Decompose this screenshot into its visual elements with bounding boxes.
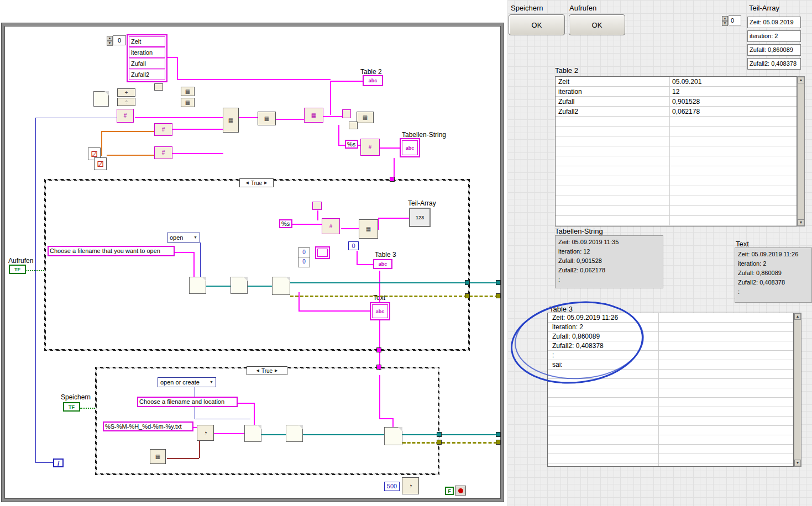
wait-timer-icon[interactable]: ◔: [402, 477, 419, 494]
spinner-up-icon[interactable]: ▲: [107, 36, 113, 41]
teil-array-item[interactable]: iteration: 2: [747, 30, 801, 42]
table-row[interactable]: Zufall 0,901528: [556, 97, 797, 107]
filename-pattern-constant[interactable]: %S-%M-%H_%d-%m-%y.txt: [103, 421, 193, 431]
cluster-item[interactable]: Zufall: [129, 59, 165, 69]
table-row[interactable]: sai:: [548, 360, 793, 370]
table-row[interactable]: iteration: 2: [548, 323, 793, 332]
build-array-icon[interactable]: ▦: [181, 98, 195, 107]
constant-node[interactable]: [349, 122, 358, 129]
spreadsheet-string-to-array-icon[interactable]: #: [322, 218, 340, 234]
false-constant[interactable]: F: [445, 487, 454, 495]
table2-body[interactable]: Zeit 05.09.201 iteration 12 Zufall 0,901…: [555, 76, 797, 226]
set-file-position-icon[interactable]: [286, 425, 303, 442]
index-array-icon[interactable]: ▦: [359, 219, 378, 239]
table2[interactable]: Zeit 05.09.201 iteration 12 Zufall 0,901…: [555, 76, 806, 226]
open-mode-dropdown[interactable]: open ▼: [167, 233, 200, 243]
speichern-ok-button[interactable]: OK: [509, 14, 565, 35]
quotient-icon[interactable]: ÷: [117, 88, 135, 97]
file-path-icon[interactable]: [93, 91, 109, 107]
speichern-boolean-terminal[interactable]: TF: [63, 402, 80, 412]
text-terminal[interactable]: abc: [370, 302, 390, 320]
index-array-icon[interactable]: ▦: [223, 108, 239, 133]
format-string-constant[interactable]: %s: [345, 140, 358, 149]
next-case-icon[interactable]: ▶: [275, 368, 277, 373]
numeric-constant[interactable]: 0: [298, 248, 310, 257]
case-structure-open[interactable]: [44, 179, 470, 351]
string-constant-node[interactable]: [312, 202, 322, 210]
prev-case-icon[interactable]: ◀: [256, 368, 259, 373]
cluster-item[interactable]: Zeit: [129, 36, 165, 47]
table-row[interactable]: Zeit 05.09.201: [556, 77, 797, 87]
aufrufen-ok-button[interactable]: OK: [569, 14, 625, 35]
table-row[interactable]: :: [548, 351, 793, 360]
array-to-cluster-icon[interactable]: ▦: [258, 112, 276, 125]
case1-selector[interactable]: ◀ True ▶: [239, 178, 274, 187]
spinner-down-icon[interactable]: ▼: [722, 21, 728, 26]
table3-terminal[interactable]: abc: [373, 259, 392, 269]
numeric-cluster-constant[interactable]: 0 0: [298, 247, 310, 267]
write-text-file-icon[interactable]: [384, 427, 402, 445]
dropdown-arrow-icon[interactable]: ▼: [209, 378, 213, 387]
open-or-create-dropdown[interactable]: open or create ▼: [158, 377, 216, 387]
next-case-icon[interactable]: ▶: [264, 181, 267, 185]
build-array-icon[interactable]: ▦: [181, 87, 195, 96]
open-create-file-icon[interactable]: [244, 425, 261, 442]
open-file-icon[interactable]: [230, 277, 248, 294]
table-row[interactable]: Zufall2: 0,408378: [548, 341, 793, 351]
tabellen-string-terminal[interactable]: abc: [400, 138, 420, 157]
scroll-down-icon[interactable]: ▼: [798, 219, 804, 226]
transpose-array-icon[interactable]: ▦: [357, 112, 374, 123]
save-prompt-constant[interactable]: Choose a filename and location: [137, 397, 238, 407]
loop-iteration-terminal[interactable]: i: [53, 458, 64, 467]
constant-node[interactable]: [154, 83, 163, 91]
scroll-up-icon[interactable]: ▲: [798, 77, 804, 83]
empty-string-constant[interactable]: [315, 246, 330, 259]
wait-ms-constant[interactable]: 500: [384, 482, 400, 491]
format-string-constant[interactable]: %s: [279, 219, 292, 228]
table3-scrollbar[interactable]: ▲ ▼: [794, 313, 801, 467]
table-row[interactable]: Zeit: 05.09.2019 11:26: [548, 313, 793, 323]
file-dialog-icon[interactable]: [189, 277, 206, 294]
table2-terminal[interactable]: abc: [363, 75, 383, 86]
table3-body[interactable]: Zeit: 05.09.2019 11:26 iteration: 2 Zufa…: [547, 313, 794, 467]
quotient-icon[interactable]: ÷: [117, 98, 135, 106]
reshape-array-icon[interactable]: ▦: [304, 108, 323, 123]
array-index-spinner[interactable]: ▲ ▼: [107, 36, 113, 46]
case-structure-save[interactable]: [95, 367, 439, 475]
aufrufen-boolean-terminal[interactable]: TF: [9, 265, 26, 274]
read-text-file-icon[interactable]: [272, 277, 290, 295]
array-to-spreadsheet-string-icon[interactable]: #: [360, 139, 380, 156]
filename-prompt-constant[interactable]: Choose a filename that you want to open: [48, 246, 175, 256]
get-date-time-icon[interactable]: ▦: [150, 449, 166, 464]
number-to-string-icon[interactable]: #: [154, 123, 172, 136]
table3[interactable]: Zeit: 05.09.2019 11:26 iteration: 2 Zufa…: [547, 313, 801, 467]
cluster-item[interactable]: iteration: [129, 48, 165, 58]
teil-array-item[interactable]: Zufall: 0,860089: [747, 44, 801, 56]
string-cluster-constant[interactable]: Zeit iteration Zufall Zufall2: [127, 34, 167, 82]
scroll-up-icon[interactable]: ▲: [794, 313, 801, 320]
teil-array-terminal[interactable]: 123: [409, 208, 431, 227]
loop-condition-terminal[interactable]: [455, 486, 466, 496]
spinner-up-icon[interactable]: ▲: [722, 16, 728, 21]
numeric-constant[interactable]: 0: [298, 257, 310, 267]
teil-array-item[interactable]: Zufall2: 0,408378: [747, 58, 801, 70]
text-indicator[interactable]: Zeit: 05.09.2019 11:26 iteration: 2 Zufa…: [735, 247, 812, 303]
tabellen-string-indicator[interactable]: Zeit: 05.09.2019 11:35 iteration: 12 Zuf…: [555, 235, 663, 288]
random-number-icon[interactable]: ⚂: [94, 157, 107, 170]
array-index-box[interactable]: 0: [113, 35, 126, 45]
table-row[interactable]: Zufall2 0,062178: [556, 107, 797, 117]
table2-scrollbar[interactable]: ▲ ▼: [797, 76, 805, 226]
table-row[interactable]: Zufall: 0,860089: [548, 332, 793, 341]
teil-array-index[interactable]: 0: [729, 15, 741, 25]
numeric-constant[interactable]: 0: [348, 241, 359, 250]
cluster-item[interactable]: Zufall2: [129, 70, 165, 80]
case2-selector[interactable]: ◀ True ▶: [247, 366, 287, 375]
number-to-string-icon[interactable]: #: [117, 109, 134, 123]
dropdown-arrow-icon[interactable]: ▼: [193, 233, 197, 242]
scroll-down-icon[interactable]: ▼: [794, 460, 801, 466]
string-constant-node[interactable]: [342, 109, 351, 118]
format-date-time-icon[interactable]: ◔: [197, 425, 214, 441]
number-to-string-icon[interactable]: #: [154, 146, 172, 159]
table-row[interactable]: iteration 12: [556, 87, 797, 97]
prev-case-icon[interactable]: ◀: [246, 181, 249, 185]
